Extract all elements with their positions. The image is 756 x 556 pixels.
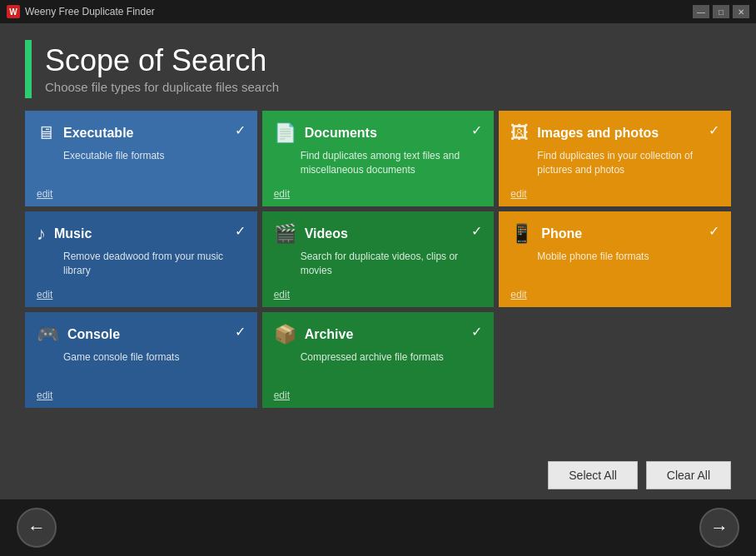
videos-edit-link[interactable]: edit bbox=[274, 289, 483, 300]
executable-icon: 🖥 bbox=[37, 122, 55, 144]
tile-executable[interactable]: 🖥 Executable ✓ Executable file formats e… bbox=[25, 111, 257, 206]
tile-executable-title: Executable bbox=[63, 125, 133, 141]
tile-archive-header: 📦 Archive ✓ bbox=[274, 324, 483, 345]
tile-executable-header: 🖥 Executable ✓ bbox=[37, 122, 246, 144]
console-check-icon: ✓ bbox=[235, 324, 246, 340]
phone-edit-link[interactable]: edit bbox=[510, 289, 719, 300]
select-all-button[interactable]: Select All bbox=[548, 461, 638, 489]
documents-check-icon: ✓ bbox=[471, 122, 482, 138]
music-edit-link[interactable]: edit bbox=[37, 289, 246, 300]
tile-videos-title: Videos bbox=[305, 226, 348, 241]
window-controls: — □ ✕ bbox=[693, 5, 749, 18]
tile-images-title: Images and photos bbox=[537, 125, 659, 141]
archive-edit-link[interactable]: edit bbox=[274, 390, 483, 401]
tile-phone-title-row: 📱 Phone bbox=[510, 223, 582, 245]
tile-archive-title-row: 📦 Archive bbox=[274, 324, 354, 345]
tile-documents[interactable]: 📄 Documents ✓ Find duplicates among text… bbox=[262, 111, 495, 206]
images-check-icon: ✓ bbox=[709, 122, 719, 138]
back-button[interactable]: ← bbox=[17, 508, 57, 548]
minimize-button[interactable]: — bbox=[693, 5, 709, 18]
tile-console[interactable]: 🎮 Console ✓ Game console file formats ed… bbox=[25, 312, 257, 408]
archive-check-icon: ✓ bbox=[471, 324, 482, 340]
tile-documents-desc: Find duplicates among text files and mis… bbox=[301, 149, 483, 183]
tile-images[interactable]: 🖼 Images and photos ✓ Find duplicates in… bbox=[499, 111, 731, 206]
tile-images-header: 🖼 Images and photos ✓ bbox=[510, 122, 719, 144]
tile-videos-header: 🎬 Videos ✓ bbox=[274, 223, 483, 245]
phone-check-icon: ✓ bbox=[709, 223, 719, 239]
console-icon: 🎮 bbox=[37, 324, 59, 345]
tile-phone-title: Phone bbox=[541, 226, 582, 241]
tile-videos-title-row: 🎬 Videos bbox=[274, 223, 348, 245]
window-title: Weeny Free Duplicate Finder bbox=[25, 6, 155, 17]
tile-music-desc: Remove deadwood from your music library bbox=[63, 250, 246, 284]
page-subtitle: Choose file types for duplicate files se… bbox=[45, 80, 279, 94]
tile-videos[interactable]: 🎬 Videos ✓ Search for duplicate videos, … bbox=[262, 211, 495, 307]
tile-phone[interactable]: 📱 Phone ✓ Mobile phone file formats edit bbox=[499, 211, 731, 307]
clear-all-button[interactable]: Clear All bbox=[646, 461, 731, 489]
tile-music[interactable]: ♪ Music ✓ Remove deadwood from your musi… bbox=[25, 211, 257, 307]
tile-documents-title-row: 📄 Documents bbox=[274, 122, 377, 144]
tile-images-desc: Find duplicates in your collection of pi… bbox=[537, 149, 719, 183]
documents-icon: 📄 bbox=[274, 122, 296, 144]
phone-icon: 📱 bbox=[510, 223, 533, 245]
tile-music-header: ♪ Music ✓ bbox=[37, 223, 246, 245]
page-title: Scope of Search bbox=[45, 44, 279, 77]
tile-music-title: Music bbox=[54, 226, 92, 241]
tile-executable-desc: Executable file formats bbox=[63, 149, 246, 183]
main-content: Scope of Search Choose file types for du… bbox=[0, 23, 756, 499]
archive-icon: 📦 bbox=[274, 324, 296, 345]
header: Scope of Search Choose file types for du… bbox=[0, 23, 756, 111]
images-icon: 🖼 bbox=[510, 122, 529, 144]
tiles-area: 🖥 Executable ✓ Executable file formats e… bbox=[0, 111, 756, 451]
console-edit-link[interactable]: edit bbox=[37, 390, 246, 401]
tile-phone-header: 📱 Phone ✓ bbox=[510, 223, 719, 245]
tile-console-desc: Game console file formats bbox=[63, 350, 246, 385]
executable-check-icon: ✓ bbox=[235, 122, 246, 138]
videos-check-icon: ✓ bbox=[471, 223, 482, 239]
tile-console-header: 🎮 Console ✓ bbox=[37, 324, 246, 345]
videos-icon: 🎬 bbox=[274, 223, 296, 245]
music-check-icon: ✓ bbox=[235, 223, 246, 239]
maximize-button[interactable]: □ bbox=[713, 5, 729, 18]
tile-console-title: Console bbox=[67, 326, 120, 342]
tile-documents-title: Documents bbox=[305, 125, 377, 141]
executable-edit-link[interactable]: edit bbox=[37, 188, 246, 200]
title-bar: W Weeny Free Duplicate Finder — □ ✕ bbox=[0, 0, 756, 23]
music-icon: ♪ bbox=[37, 223, 46, 245]
action-buttons-row: Select All Clear All bbox=[0, 451, 756, 499]
tile-phone-desc: Mobile phone file formats bbox=[537, 250, 719, 284]
documents-edit-link[interactable]: edit bbox=[274, 188, 483, 200]
tile-videos-desc: Search for duplicate videos, clips or mo… bbox=[301, 250, 483, 284]
header-text: Scope of Search Choose file types for du… bbox=[45, 44, 279, 95]
tile-music-title-row: ♪ Music bbox=[37, 223, 92, 245]
images-edit-link[interactable]: edit bbox=[510, 188, 719, 200]
tiles-grid: 🖥 Executable ✓ Executable file formats e… bbox=[25, 111, 731, 408]
header-accent-bar bbox=[25, 40, 32, 98]
tile-archive[interactable]: 📦 Archive ✓ Compressed archive file form… bbox=[262, 312, 495, 408]
tile-documents-header: 📄 Documents ✓ bbox=[274, 122, 483, 144]
tile-images-title-row: 🖼 Images and photos bbox=[510, 122, 659, 144]
tile-console-title-row: 🎮 Console bbox=[37, 324, 120, 345]
app-icon: W bbox=[7, 5, 20, 18]
tile-archive-desc: Compressed archive file formats bbox=[301, 350, 483, 385]
tile-archive-title: Archive bbox=[305, 326, 354, 342]
forward-button[interactable]: → bbox=[699, 508, 739, 548]
bottom-navigation: ← → bbox=[0, 499, 756, 556]
title-bar-left: W Weeny Free Duplicate Finder bbox=[7, 5, 155, 18]
tile-executable-title-row: 🖥 Executable bbox=[37, 122, 133, 144]
close-button[interactable]: ✕ bbox=[733, 5, 749, 18]
